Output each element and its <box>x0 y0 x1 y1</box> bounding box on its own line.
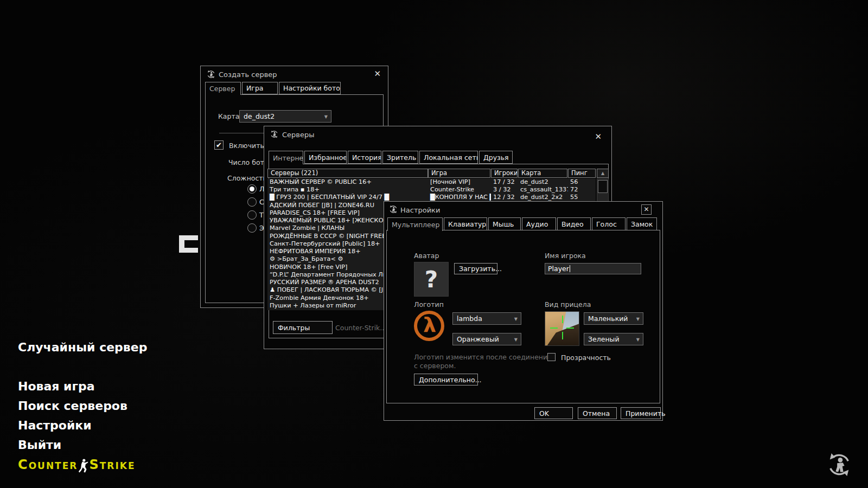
create-server-tab-2[interactable]: Игра <box>242 82 278 94</box>
soldier-icon <box>78 458 88 473</box>
server-game-cell: █КОНОПЛЯ У НАС █ <box>428 194 491 201</box>
settings-tab-6[interactable]: Голос <box>592 217 626 230</box>
menu-item-quit[interactable]: Выйти <box>18 438 127 457</box>
create-server-tabs: СерверИграНастройки ботов <box>205 82 341 95</box>
servers-tab-2[interactable]: Избранное <box>304 151 347 164</box>
game-screen: Случайный сервер Новая играПоиск серверо… <box>0 0 868 488</box>
servers-column-header-1[interactable]: Серверы (221) <box>267 169 428 178</box>
server-ping-cell: 56 <box>568 178 596 186</box>
server-map-cell: cs_assault_1337 <box>518 186 568 194</box>
server-ping-cell: 72 <box>568 186 596 194</box>
difficulty-radio-1[interactable] <box>247 184 257 194</box>
servers-tab-3[interactable]: История <box>348 151 381 164</box>
create-server-tab-3[interactable]: Настройки ботов <box>279 82 341 94</box>
server-game-cell: [Ночной VIP] <box>428 178 491 186</box>
difficulty-radio-4[interactable] <box>247 223 257 233</box>
servers-tab-6[interactable]: Друзья <box>479 151 513 164</box>
ok-button[interactable]: OK <box>534 407 573 419</box>
map-dropdown-value: de_dust2 <box>244 112 275 120</box>
map-label: Карта <box>218 112 239 120</box>
difficulty-radio-2[interactable] <box>247 197 257 207</box>
menu-item-new-game[interactable]: Новая игра <box>18 379 127 399</box>
servers-tabs: ИнтернетИзбранноеИсторияЗрительЛокальная… <box>269 151 513 164</box>
server-name-cell: Три типа ▪ 18+ <box>267 186 428 194</box>
server-name-cell: ВАЖНЫЙ СЕРВЕР © PUBLIC 16+ <box>267 178 428 186</box>
settings-tabs: МультиплеерКлавиатураМышьАудиоВидеоГолос… <box>387 217 657 231</box>
menu-item-find-servers[interactable]: Поиск серверов <box>18 399 127 418</box>
server-map-cell: de_dust2_2x2 <box>518 194 568 201</box>
settings-tab-4[interactable]: Аудио <box>522 217 556 230</box>
settings-tab-3[interactable]: Мышь <box>488 217 521 230</box>
main-menu: Новая играПоиск серверовНастройкиВыйти <box>18 379 127 457</box>
server-ping-cell: 55 <box>568 194 596 201</box>
dialog-title: Настройки <box>400 206 440 214</box>
create-server-tab-1[interactable]: Сервер <box>205 82 241 95</box>
cs-spinner-icon <box>827 452 852 479</box>
settings-tab-5[interactable]: Видео <box>557 217 591 230</box>
scrollbar-thumb[interactable] <box>598 180 608 193</box>
servers-tab-5[interactable]: Локальная сеть <box>419 151 478 164</box>
settings-dialog: Настройки ✕ МультиплеерКлавиатураМышьАуд… <box>384 201 663 421</box>
close-icon[interactable]: ✕ <box>641 204 652 215</box>
server-players-cell: 12 / 32 <box>491 194 518 201</box>
settings-tab-1[interactable]: Мультиплеер <box>387 217 443 231</box>
servers-column-header-4[interactable]: Карта <box>518 169 567 178</box>
bot-count-label: Число бото <box>228 158 268 166</box>
settings-tab-7[interactable]: Замок <box>627 217 657 230</box>
servers-column-header-2[interactable]: Игра <box>428 169 490 178</box>
servers-column-header-5[interactable]: Пинг <box>568 169 596 178</box>
server-game-cell: Counter-Strike <box>428 186 491 194</box>
server-players-cell: 17 / 32 <box>491 178 518 186</box>
logo-word-counter: Counter <box>18 458 78 472</box>
server-players-cell: 3 / 32 <box>491 186 518 194</box>
server-row[interactable]: Три типа ▪ 18+Counter-Strike3 / 32cs_ass… <box>267 186 596 194</box>
chevron-down-icon: ▼ <box>324 114 328 119</box>
tab-panel <box>386 230 660 403</box>
servers-column-header-3[interactable]: Игроки <box>491 169 518 178</box>
server-row[interactable]: ВАЖНЫЙ СЕРВЕР © PUBLIC 16+[Ночной VIP]17… <box>267 178 596 186</box>
cancel-button[interactable]: Отмена <box>578 407 617 419</box>
servers-tab-4[interactable]: Зритель <box>382 151 418 164</box>
difficulty-label: Сложность <box>227 174 267 182</box>
apply-button[interactable]: Применить <box>621 407 661 419</box>
server-map-cell: de_dust2 <box>518 178 568 186</box>
map-dropdown[interactable]: de_dust2 ▼ <box>239 110 331 123</box>
counter-strike-logo: Counter Strike <box>18 458 136 472</box>
difficulty-radio-3[interactable] <box>247 210 257 220</box>
server-row[interactable]: █ ГРУЗ 200 | БЕСПЛАТНЫЙ VIP 24/7 ██КОНОП… <box>267 194 596 201</box>
menu-item-settings[interactable]: Настройки <box>18 418 127 438</box>
background-logo-fragment <box>179 235 198 253</box>
enable-bots-checkbox[interactable]: ✔ <box>214 140 224 150</box>
servers-tab-1[interactable]: Интернет <box>269 151 303 164</box>
scroll-up-icon[interactable]: ▲ <box>597 169 609 178</box>
menu-item-random-server[interactable]: Случайный сервер <box>18 341 147 354</box>
settings-tab-2[interactable]: Клавиатура <box>444 217 487 230</box>
logo-word-strike: Strike <box>89 458 135 472</box>
server-name-cell: █ ГРУЗ 200 | БЕСПЛАТНЫЙ VIP 24/7 █ <box>267 194 428 201</box>
cs-window-icon <box>389 205 398 214</box>
